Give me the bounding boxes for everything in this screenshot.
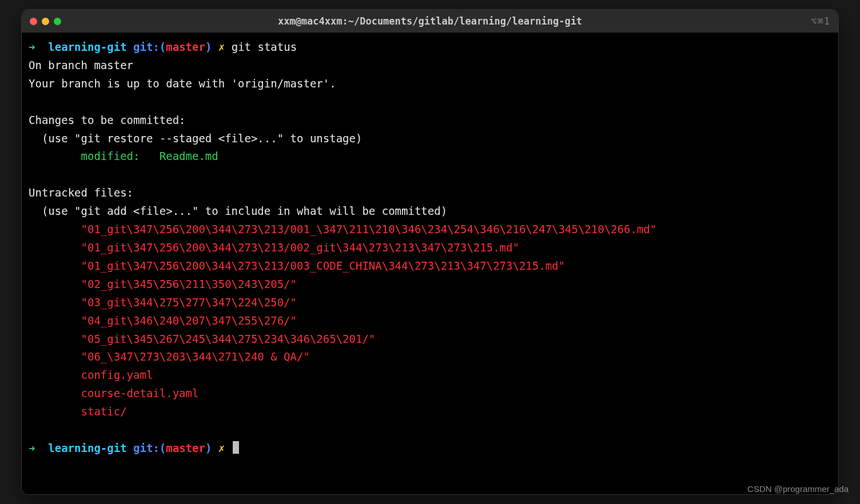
terminal-window: xxm@mac4xxm:~/Documents/gitlab/learning/… (21, 9, 839, 495)
staged-modified-label: modified: (81, 150, 140, 162)
git-close: ) (205, 442, 212, 454)
dirty-icon: ✗ (218, 41, 225, 53)
prompt-arrow: ➜ (29, 41, 35, 53)
git-branch: master (166, 41, 205, 53)
prompt-dir: learning-git (48, 41, 126, 53)
untracked-file: config.yaml (81, 369, 153, 381)
terminal-body[interactable]: ➜ learning-git git:(master) ✗ git status… (22, 33, 838, 494)
untracked-file: "04_git\346\240\207\347\255\276/" (81, 314, 297, 327)
close-button[interactable] (30, 18, 37, 25)
command-text: git status (232, 41, 297, 53)
fullscreen-button[interactable] (54, 18, 61, 25)
titlebar: xxm@mac4xxm:~/Documents/gitlab/learning/… (22, 10, 838, 33)
staged-hint: (use "git restore --staged <file>..." to… (29, 132, 362, 145)
untracked-file: "02_git\345\256\211\350\243\205/" (81, 278, 297, 290)
git-label: git:( (133, 442, 166, 454)
untracked-file: "01_git\347\256\200\344\273\213/001_\347… (81, 223, 657, 235)
uptodate-line: Your branch is up to date with 'origin/m… (29, 77, 336, 90)
prompt-dir: learning-git (48, 442, 126, 454)
staged-header: Changes to be committed: (29, 114, 186, 126)
prompt-arrow: ➜ (29, 442, 35, 454)
untracked-file: "05_git\345\267\245\344\275\234\346\265\… (81, 333, 376, 345)
untracked-file: course-detail.yaml (81, 387, 199, 399)
branch-line: On branch master (29, 59, 133, 71)
window-shortcut-indicator: ⌥⌘1 (811, 13, 830, 30)
untracked-file: "01_git\347\256\200\344\273\213/003_CODE… (81, 259, 565, 272)
minimize-button[interactable] (42, 18, 49, 25)
untracked-file: "01_git\347\256\200\344\273\213/002_git\… (81, 241, 519, 254)
git-close: ) (205, 41, 212, 53)
traffic-lights (30, 18, 61, 25)
untracked-file: "06_\347\273\203\344\271\240 & QA/" (81, 350, 310, 363)
git-branch: master (166, 442, 205, 454)
dirty-icon: ✗ (218, 442, 225, 454)
untracked-hint: (use "git add <file>..." to include in w… (29, 205, 447, 217)
untracked-header: Untracked files: (29, 186, 133, 199)
git-label: git:( (133, 41, 166, 53)
untracked-file: "03_git\344\275\277\347\224\250/" (81, 296, 297, 309)
watermark: CSDN @programmer_ada (747, 482, 849, 496)
window-title: xxm@mac4xxm:~/Documents/gitlab/learning/… (22, 13, 838, 30)
staged-file: Readme.md (160, 150, 218, 162)
untracked-file: static/ (81, 405, 127, 418)
cursor (233, 441, 239, 454)
